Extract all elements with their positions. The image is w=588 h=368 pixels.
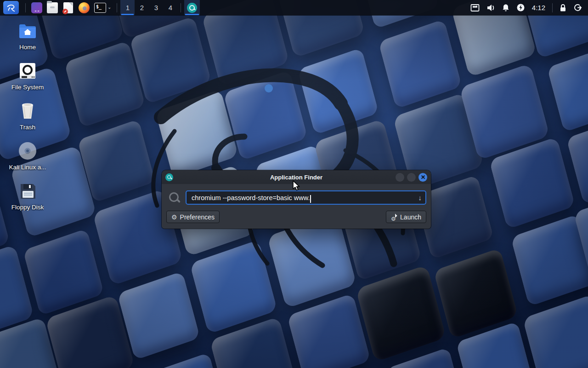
panel-separator [552,3,553,12]
logout-icon [573,3,582,12]
applications-menu-button[interactable] [0,0,22,15]
pencil-badge-icon [62,9,68,14]
trash-icon [18,101,37,121]
desktop-icon-home[interactable]: Home [4,22,51,51]
launch-icon: ⚙ [391,214,397,220]
panel-separator [117,3,117,12]
preferences-button[interactable]: ⚙ Preferences [166,211,220,223]
volume-tray-icon[interactable] [483,0,498,15]
terminal-window-icon [31,2,42,13]
ethernet-icon [470,4,480,12]
window-icon-application-finder [165,173,173,181]
kali-logo-icon [6,3,16,13]
terminal-icon: $_ [94,3,106,13]
text-editor-icon [63,2,73,13]
panel-separator [181,3,181,12]
top-panel: $_ ⌄ 1 2 3 4 [0,0,588,15]
workspace-2[interactable]: 2 [135,0,149,15]
clock[interactable]: 4:12 [528,4,549,12]
workspace-4[interactable]: 4 [163,0,177,15]
launcher-text-editor[interactable] [60,0,76,15]
maximize-button[interactable] [407,173,416,182]
search-input[interactable]: chromium --password-store=basic www. ↓ [186,190,426,205]
hard-disk-icon [18,61,37,80]
text-caret [310,195,311,203]
logout-button[interactable] [570,0,585,15]
dropdown-arrow-icon[interactable]: ↓ [418,194,422,201]
launch-label: Launch [400,213,421,221]
launcher-terminal-window[interactable] [29,0,45,15]
desktop-icon-file-system[interactable]: File System [4,61,51,91]
application-finder-window: Application Finder chromium --password-s… [162,170,431,229]
lock-icon [559,4,567,12]
taskbar-application-finder[interactable] [184,0,200,15]
desktop-icon-kali-cd[interactable]: Kali Linux a... [4,141,51,171]
notifications-tray-icon[interactable] [498,0,513,15]
bell-icon [502,4,510,12]
minimize-button[interactable] [396,173,404,182]
desktop-icon-column: Home File System Trash Kali Linux a... [4,22,51,211]
launcher-firefox[interactable] [76,0,92,15]
mouse-cursor [292,180,302,193]
window-title: Application Finder [162,174,431,181]
launcher-terminal-dropdown[interactable]: $_ ⌄ [92,0,113,15]
active-indicator [185,14,199,15]
close-button[interactable] [418,173,427,182]
active-indicator [121,14,134,15]
cdrom-icon [18,141,37,161]
lock-screen-button[interactable] [556,0,570,15]
home-folder-icon [17,22,38,40]
launcher-file-manager[interactable] [45,0,60,15]
power-manager-tray-icon[interactable] [513,0,528,15]
workspace-1[interactable]: 1 [120,0,135,15]
launch-button[interactable]: ⚙ Launch [386,211,426,223]
gear-icon: ⚙ [171,214,177,220]
floppy-disk-icon [18,181,37,201]
preferences-label: Preferences [180,213,215,221]
network-tray-icon[interactable] [467,0,483,15]
search-query-text: chromium --password-store=basic www. [192,194,310,201]
application-finder-icon [187,3,197,13]
desktop-icon-floppy[interactable]: Floppy Disk [4,181,51,211]
panel-separator [25,3,26,12]
speaker-icon [486,4,495,12]
firefox-icon [79,2,90,13]
workspace-3[interactable]: 3 [149,0,163,15]
search-icon [168,191,181,204]
battery-power-icon [516,3,525,12]
file-manager-icon [47,2,58,13]
chevron-down-icon: ⌄ [107,5,111,10]
desktop-icon-trash[interactable]: Trash [4,101,51,131]
